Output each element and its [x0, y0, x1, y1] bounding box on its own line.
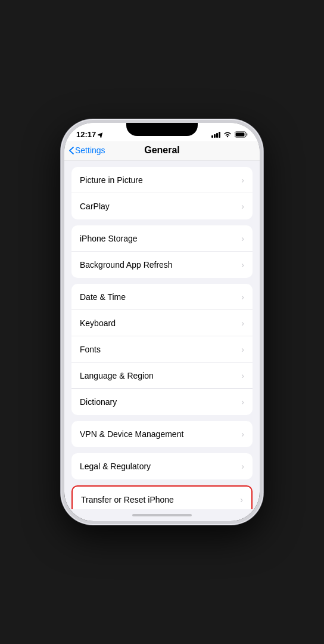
dictionary-label: Dictionary — [80, 397, 117, 407]
signal-icon — [211, 132, 220, 138]
list-item[interactable]: CarPlay › — [71, 193, 253, 219]
vpn-label: VPN & Device Management — [80, 429, 183, 439]
section-picture-carplay: Picture in Picture › CarPlay › — [64, 167, 260, 219]
phone-screen: 12:17 — [64, 123, 260, 521]
chevron-icon: › — [241, 318, 244, 328]
screen: 12:17 — [64, 123, 260, 521]
carplay-label: CarPlay — [80, 202, 110, 211]
list-item[interactable]: iPhone Storage › — [71, 225, 253, 252]
section-transfer: Transfer or Reset iPhone › — [64, 485, 260, 509]
iphone-storage-label: iPhone Storage — [80, 234, 138, 243]
list-item[interactable]: Picture in Picture › — [71, 167, 253, 193]
chevron-icon: › — [240, 495, 243, 504]
settings-group-1: Picture in Picture › CarPlay › — [71, 167, 253, 219]
notch — [126, 123, 198, 136]
svg-rect-1 — [247, 134, 248, 136]
chevron-icon: › — [241, 397, 244, 407]
location-arrow-icon — [98, 132, 104, 138]
fonts-label: Fonts — [80, 345, 101, 354]
home-bar — [132, 514, 192, 516]
svg-rect-2 — [236, 133, 245, 137]
settings-group-2: iPhone Storage › Background App Refresh … — [71, 225, 253, 278]
transfer-reset-group: Transfer or Reset iPhone › — [71, 485, 253, 509]
phone-frame: 12:17 — [61, 119, 263, 525]
background-app-refresh-label: Background App Refresh — [80, 260, 173, 270]
list-item[interactable]: Language & Region › — [71, 363, 253, 389]
status-time: 12:17 — [76, 130, 104, 139]
chevron-icon: › — [241, 462, 244, 471]
transfer-reset-item[interactable]: Transfer or Reset iPhone › — [73, 487, 251, 509]
chevron-icon: › — [241, 371, 244, 380]
settings-group-4: VPN & Device Management › — [71, 421, 253, 447]
nav-bar: Settings General — [64, 141, 260, 161]
list-item[interactable]: Dictionary › — [71, 389, 253, 415]
section-storage-refresh: iPhone Storage › Background App Refresh … — [64, 225, 260, 278]
transfer-reset-label: Transfer or Reset iPhone — [81, 495, 174, 504]
list-item[interactable]: Fonts › — [71, 336, 253, 363]
date-time-label: Date & Time — [80, 292, 126, 302]
list-item[interactable]: Legal & Regulatory › — [71, 453, 253, 479]
settings-group-3: Date & Time › Keyboard › Fonts › Langu — [71, 284, 253, 415]
keyboard-label: Keyboard — [80, 318, 116, 328]
list-item[interactable]: Keyboard › — [71, 310, 253, 336]
section-keyboard-language: Date & Time › Keyboard › Fonts › Langu — [64, 284, 260, 415]
legal-label: Legal & Regulatory — [80, 462, 151, 471]
list-item[interactable]: VPN & Device Management › — [71, 421, 253, 447]
settings-group-5: Legal & Regulatory › — [71, 453, 253, 479]
chevron-icon: › — [241, 175, 244, 185]
picture-in-picture-label: Picture in Picture — [80, 175, 143, 185]
settings-content[interactable]: Picture in Picture › CarPlay › iPhone St… — [64, 161, 260, 509]
page-title: General — [144, 145, 180, 156]
back-chevron-icon — [69, 147, 74, 154]
section-vpn: VPN & Device Management › — [64, 421, 260, 447]
section-legal: Legal & Regulatory › — [64, 453, 260, 479]
chevron-icon: › — [241, 345, 244, 354]
chevron-icon: › — [241, 292, 244, 302]
chevron-icon: › — [241, 234, 244, 243]
chevron-icon: › — [241, 260, 244, 270]
list-item[interactable]: Date & Time › — [71, 284, 253, 310]
home-indicator — [64, 509, 260, 521]
wifi-icon — [223, 132, 232, 138]
back-button[interactable]: Settings — [69, 145, 105, 155]
language-region-label: Language & Region — [80, 371, 154, 380]
status-icons — [211, 131, 248, 138]
list-item[interactable]: Background App Refresh › — [71, 252, 253, 278]
chevron-icon: › — [241, 429, 244, 439]
battery-icon — [235, 131, 248, 138]
chevron-icon: › — [241, 202, 244, 211]
